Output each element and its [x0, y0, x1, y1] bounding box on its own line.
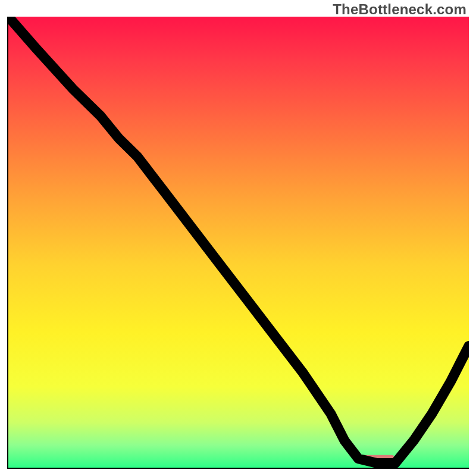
plot-area — [7, 17, 469, 469]
watermark-text: TheBottleneck.com — [333, 1, 466, 18]
gradient-background — [8, 17, 469, 468]
chart-stage: TheBottleneck.com — [0, 0, 476, 476]
chart-svg — [8, 17, 469, 468]
